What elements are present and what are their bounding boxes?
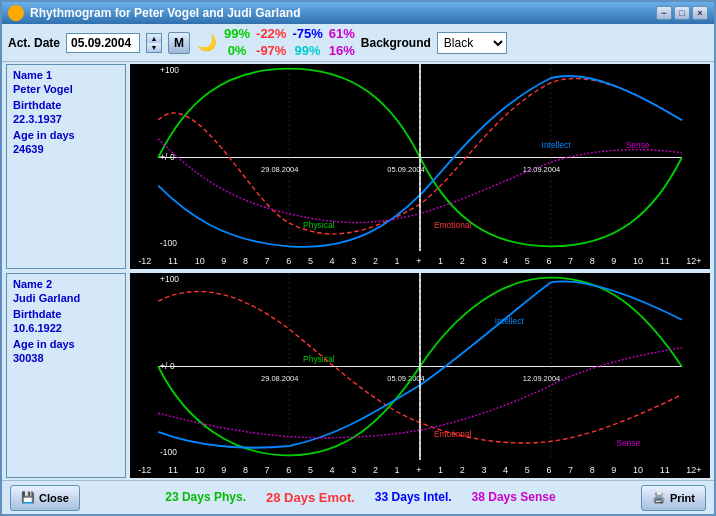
age1-section: Age in days 24639 — [13, 129, 119, 155]
age1-label: Age in days — [13, 129, 119, 141]
bottom-bar: 💾 Close 23 Days Phys. 28 Days Emot. 33 D… — [2, 480, 714, 514]
stat-intellect: 33 Days Intel. — [375, 490, 452, 505]
pct3-top: -75% — [292, 26, 322, 43]
percent-group-2: -22% -97% — [256, 26, 286, 60]
pct1-top: 99% — [224, 26, 250, 43]
title-bar: Rhythmogram for Peter Vogel and Judi Gar… — [2, 2, 714, 24]
bottom-stats: 23 Days Phys. 28 Days Emot. 33 Days Inte… — [80, 490, 641, 505]
svg-text:05.09.2004: 05.09.2004 — [387, 165, 424, 174]
svg-text:29.08.2004: 29.08.2004 — [261, 165, 298, 174]
stat-physical: 23 Days Phys. — [165, 490, 246, 505]
svg-text:Physical: Physical — [303, 354, 334, 364]
percent-group-3: -75% 99% — [292, 26, 322, 60]
svg-text:+/-0: +/-0 — [160, 152, 175, 162]
birth2-value: 10.6.1922 — [13, 322, 119, 334]
name2-section: Name 2 Judi Garland — [13, 278, 119, 304]
act-date-label: Act. Date — [8, 36, 60, 50]
chart-row-2: Name 2 Judi Garland Birthdate 10.6.1922 … — [6, 273, 710, 478]
pct2-bot: -97% — [256, 43, 286, 60]
name1-label: Name 1 — [13, 69, 119, 81]
chart-svg-2: +100 +/-0 -100 29.08.2004 05.09.2004 12.… — [130, 273, 710, 460]
birth2-section: Birthdate 10.6.1922 — [13, 308, 119, 334]
x-axis-1: -121110987654321+123456789101112+ — [130, 253, 710, 269]
name2-label: Name 2 — [13, 278, 119, 290]
svg-text:29.08.2004: 29.08.2004 — [261, 374, 298, 383]
svg-text:Sense: Sense — [616, 438, 640, 448]
stat-sense: 38 Days Sense — [472, 490, 556, 505]
info-panel-2: Name 2 Judi Garland Birthdate 10.6.1922 … — [6, 273, 126, 478]
toolbar: Act. Date ▲ ▼ M 🌙 99% 0% -22% -97% -75% … — [2, 24, 714, 62]
printer-icon: 🖨️ — [652, 491, 666, 504]
main-area: Name 1 Peter Vogel Birthdate 22.3.1937 A… — [2, 62, 714, 480]
svg-text:Emotional: Emotional — [434, 220, 472, 230]
moon-icon: 🌙 — [196, 32, 218, 54]
pct3-bot: 99% — [295, 43, 321, 60]
date-spinner: ▲ ▼ — [146, 33, 162, 53]
background-label: Background — [361, 36, 431, 50]
x-axis-2: -121110987654321+123456789101112+ — [130, 462, 710, 478]
pct4-bot: 16% — [329, 43, 355, 60]
name1-section: Name 1 Peter Vogel — [13, 69, 119, 95]
percent-group-1: 99% 0% — [224, 26, 250, 60]
chart-canvas-2: +100 +/-0 -100 29.08.2004 05.09.2004 12.… — [130, 273, 710, 478]
svg-text:Emotional: Emotional — [434, 429, 472, 439]
charts-area: Name 1 Peter Vogel Birthdate 22.3.1937 A… — [2, 62, 714, 480]
print-label: Print — [670, 492, 695, 504]
svg-text:Intellect: Intellect — [495, 316, 525, 326]
chart-svg-1: +100 +/-0 -100 29.08.2004 05.09.2004 12.… — [130, 64, 710, 251]
m-button[interactable]: M — [168, 32, 190, 54]
birth1-section: Birthdate 22.3.1937 — [13, 99, 119, 125]
chart-row-1: Name 1 Peter Vogel Birthdate 22.3.1937 A… — [6, 64, 710, 269]
svg-text:-100: -100 — [160, 238, 177, 248]
name1-value: Peter Vogel — [13, 83, 119, 95]
birth1-label: Birthdate — [13, 99, 119, 111]
chart-canvas-1: +100 +/-0 -100 29.08.2004 05.09.2004 12.… — [130, 64, 710, 269]
svg-text:Intellect: Intellect — [542, 140, 572, 150]
window-title: Rhythmogram for Peter Vogel and Judi Gar… — [30, 6, 656, 20]
age2-value: 30038 — [13, 352, 119, 364]
maximize-button[interactable]: □ — [674, 6, 690, 20]
main-window: Rhythmogram for Peter Vogel and Judi Gar… — [0, 0, 716, 516]
svg-text:05.09.2004: 05.09.2004 — [387, 374, 424, 383]
svg-text:+/-0: +/-0 — [160, 361, 175, 371]
minimize-button[interactable]: − — [656, 6, 672, 20]
birth2-label: Birthdate — [13, 308, 119, 320]
date-input[interactable] — [66, 33, 140, 53]
name2-value: Judi Garland — [13, 292, 119, 304]
svg-text:12.09.2004: 12.09.2004 — [523, 374, 560, 383]
age1-value: 24639 — [13, 143, 119, 155]
svg-text:Sense: Sense — [626, 140, 650, 150]
age2-section: Age in days 30038 — [13, 338, 119, 364]
pct4-top: 61% — [329, 26, 355, 43]
print-button[interactable]: 🖨️ Print — [641, 485, 706, 511]
age2-label: Age in days — [13, 338, 119, 350]
app-icon — [8, 5, 24, 21]
window-controls: − □ × — [656, 6, 708, 20]
info-panel-1: Name 1 Peter Vogel Birthdate 22.3.1937 A… — [6, 64, 126, 269]
close-button[interactable]: 💾 Close — [10, 485, 80, 511]
close-icon: 💾 — [21, 491, 35, 504]
svg-text:+100: +100 — [160, 65, 179, 75]
background-select[interactable]: Black White Gray — [437, 32, 507, 54]
svg-text:-100: -100 — [160, 447, 177, 457]
spin-up-button[interactable]: ▲ — [147, 34, 161, 43]
close-label: Close — [39, 492, 69, 504]
stat-emotional: 28 Days Emot. — [266, 490, 355, 505]
close-window-button[interactable]: × — [692, 6, 708, 20]
spin-down-button[interactable]: ▼ — [147, 43, 161, 52]
pct1-bot: 0% — [228, 43, 247, 60]
birth1-value: 22.3.1937 — [13, 113, 119, 125]
pct2-top: -22% — [256, 26, 286, 43]
svg-text:+100: +100 — [160, 274, 179, 284]
percent-group-4: 61% 16% — [329, 26, 355, 60]
